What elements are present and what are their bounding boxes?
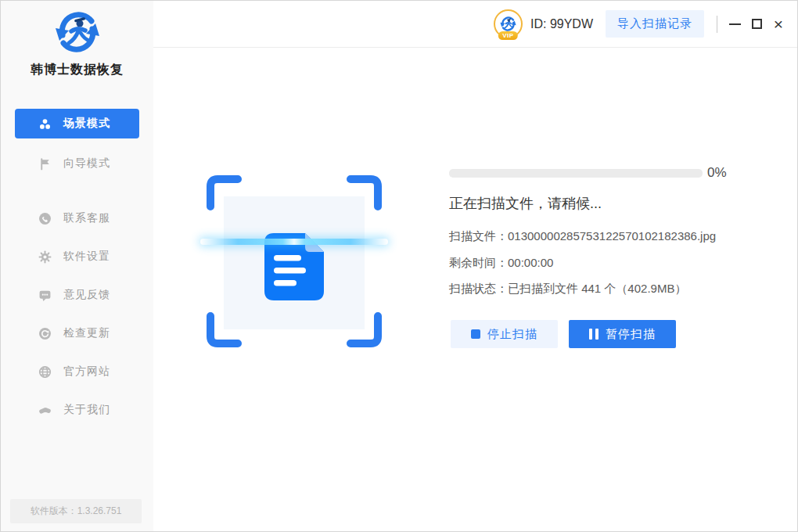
gear-icon [38, 250, 52, 264]
update-icon [38, 327, 52, 340]
pause-scan-label: 暂停扫描 [606, 327, 656, 342]
maximize-icon [752, 19, 762, 29]
minimize-button[interactable] [724, 12, 746, 37]
scan-beam [200, 239, 388, 245]
app-window: 韩博士数据恢复 场景模式 向导模式 联系客服 [0, 0, 798, 532]
scan-state-row: 扫描状态： 已扫描到文件 441 个（402.9MB） [449, 282, 686, 297]
flag-icon [38, 157, 52, 171]
sidebar-item-label: 场景模式 [63, 117, 110, 131]
sidebar-item-contact-support[interactable]: 联系客服 [15, 203, 139, 233]
user-avatar[interactable]: VIP [494, 9, 523, 38]
brand-logo-icon [52, 7, 102, 57]
scan-state-value: 已扫描到文件 441 个（402.9MB） [508, 282, 686, 297]
titlebar-divider [717, 16, 717, 33]
feedback-icon [38, 289, 52, 302]
brand-name: 韩博士数据恢复 [1, 62, 153, 78]
pause-icon [589, 329, 598, 340]
sidebar: 韩博士数据恢复 场景模式 向导模式 联系客服 [1, 1, 153, 532]
scan-progress-bar [449, 169, 703, 178]
scene-mode-icon [38, 117, 52, 131]
stop-scan-button[interactable]: 停止扫描 [451, 320, 558, 348]
sidebar-item-check-update[interactable]: 检查更新 [15, 318, 139, 348]
scan-file-label: 扫描文件： [449, 229, 508, 244]
brand-logo-icon [499, 15, 517, 33]
user-id-text: ID: 99YDW [530, 17, 593, 31]
software-version: 软件版本：1.3.26.751 [10, 499, 142, 523]
sidebar-item-settings[interactable]: 软件设置 [15, 242, 139, 271]
import-scan-records-button[interactable]: 导入扫描记录 [606, 10, 704, 38]
sidebar-item-about-us[interactable]: 关于我们 [15, 395, 139, 425]
stop-scan-label: 停止扫描 [487, 327, 537, 342]
sidebar-item-feedback[interactable]: 意见反馈 [15, 280, 139, 310]
app-logo: 韩博士数据恢复 [1, 7, 153, 78]
remaining-time-row: 剩余时间： 00:00:00 [449, 256, 553, 271]
sidebar-item-official-website[interactable]: 官方网站 [15, 357, 139, 386]
close-button[interactable]: × [767, 12, 789, 37]
sidebar-item-label: 软件设置 [63, 250, 110, 264]
maximize-button[interactable] [746, 12, 767, 37]
scan-status-title: 正在扫描文件，请稍候... [449, 194, 602, 213]
scan-file-value: 01300000285753122570102182386.jpg [508, 229, 716, 244]
globe-icon [38, 365, 52, 379]
remaining-time-value: 00:00:00 [508, 256, 553, 271]
handshake-icon [38, 404, 52, 417]
minimize-icon [729, 23, 741, 25]
sidebar-item-label: 联系客服 [63, 211, 110, 225]
sidebar-item-scene-mode[interactable]: 场景模式 [15, 109, 139, 138]
sidebar-item-label: 官方网站 [63, 365, 110, 379]
titlebar: VIP ID: 99YDW 导入扫描记录 × [153, 1, 798, 48]
stop-icon [471, 329, 480, 339]
remaining-time-label: 剩余时间： [449, 256, 508, 271]
phone-icon [38, 212, 52, 225]
sidebar-item-label: 向导模式 [63, 156, 110, 171]
sidebar-item-label: 检查更新 [63, 326, 110, 340]
scan-state-label: 扫描状态： [449, 282, 508, 297]
sidebar-item-label: 关于我们 [63, 403, 110, 417]
scan-file-row: 扫描文件： 01300000285753122570102182386.jpg [449, 229, 716, 244]
vip-badge: VIP [498, 31, 517, 40]
sidebar-item-wizard-mode[interactable]: 向导模式 [15, 149, 139, 178]
scan-progress-percent: 0% [707, 165, 727, 181]
pause-scan-button[interactable]: 暂停扫描 [569, 320, 676, 348]
close-icon: × [774, 16, 783, 32]
sidebar-item-label: 意见反馈 [63, 288, 110, 302]
